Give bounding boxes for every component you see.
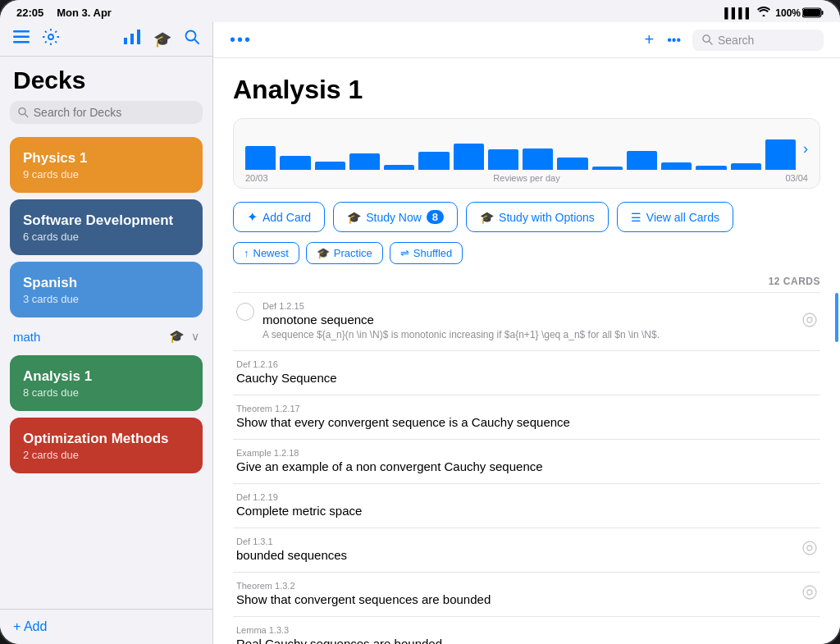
card-row[interactable]: Def 1.2.16 Cauchy Sequence <box>233 350 820 395</box>
card-row[interactable]: Def 1.2.15 monotone sequence A sequence … <box>233 292 820 350</box>
newest-button[interactable]: ↑ Newest <box>233 242 299 264</box>
card-row[interactable]: Example 1.2.18 Give an example of a non … <box>233 439 820 483</box>
list-icon: ☰ <box>631 211 641 224</box>
card-row[interactable]: Theorem 1.3.2 Show that convergent seque… <box>233 572 820 616</box>
graduation-icon[interactable]: 🎓 <box>153 30 171 48</box>
svg-rect-7 <box>124 38 127 44</box>
deck-card-title: Analysis 1 <box>23 368 189 385</box>
newest-icon: ↑ <box>244 247 249 259</box>
card-row[interactable]: Lemma 1.3.3 Real Cauchy sequences are bo… <box>233 616 820 644</box>
stats-icon[interactable] <box>124 30 140 48</box>
view-all-button[interactable]: ☰ View all Cards <box>617 202 733 232</box>
card-row[interactable]: Def 1.3.1 bounded sequences <box>233 528 820 572</box>
chart-label-left: 20/03 <box>245 173 268 183</box>
add-deck-button[interactable]: + Add <box>13 619 199 634</box>
chart-bar <box>592 167 623 170</box>
cards-count: 12 CARDS <box>233 276 820 287</box>
deck-card-physics[interactable]: Physics 1 9 cards due <box>10 137 203 193</box>
practice-button[interactable]: 🎓 Practice <box>306 242 383 264</box>
svg-point-6 <box>48 34 53 39</box>
card-list: Def 1.2.15 monotone sequence A sequence … <box>233 292 820 644</box>
card-checkbox <box>236 303 254 321</box>
graduation-icon: 🎓 <box>347 211 361 224</box>
card-row[interactable]: Theorem 1.2.17 Show that every convergen… <box>233 395 820 439</box>
chart-bar <box>523 148 553 170</box>
sidebar-toggle-icon[interactable] <box>13 30 30 48</box>
main-content: Analysis 1 <box>213 58 840 644</box>
chart-bar <box>245 146 276 170</box>
main-area: ••• + ••• Search Analysis 1 <box>213 22 840 644</box>
chart-bar <box>731 163 761 170</box>
graduation-icon: 🎓 <box>169 329 185 344</box>
svg-point-17 <box>807 317 812 322</box>
svg-rect-1 <box>803 9 820 16</box>
more-options-button[interactable]: ••• <box>665 31 682 49</box>
card-meta: Def 1.3.1 <box>236 537 794 546</box>
card-info: Lemma 1.3.3 Real Cauchy sequences are bo… <box>236 625 817 644</box>
card-action-icon[interactable] <box>802 313 817 331</box>
card-title: Real Cauchy sequences are bounded <box>236 637 817 644</box>
deck-card-title: Spanish <box>23 275 189 291</box>
settings-icon[interactable] <box>43 29 59 49</box>
study-options-button[interactable]: 🎓 Study with Options <box>466 202 609 232</box>
svg-rect-4 <box>13 36 30 39</box>
card-info: Theorem 1.2.17 Show that every convergen… <box>236 404 817 431</box>
card-action-icon[interactable] <box>802 585 817 603</box>
card-row[interactable]: Def 1.2.19 Complete metric space <box>233 483 820 528</box>
deck-group-math[interactable]: math 🎓 ∨ <box>10 324 203 349</box>
card-info: Def 1.3.1 bounded sequences <box>236 537 794 564</box>
deck-card-subtitle: 8 cards due <box>23 386 189 399</box>
action-bar: ✦ Add Card 🎓 Study Now 8 🎓 Study with Op… <box>233 202 820 232</box>
card-meta: Def 1.2.19 <box>236 492 817 502</box>
deck-card-title: Physics 1 <box>23 150 189 167</box>
sidebar-title: Decks <box>0 57 212 101</box>
search-input[interactable] <box>34 106 194 119</box>
card-meta: Theorem 1.3.2 <box>236 581 794 591</box>
svg-line-13 <box>25 114 28 117</box>
card-title: Complete metric space <box>236 504 817 518</box>
svg-point-21 <box>807 590 812 595</box>
deck-card-analysis1[interactable]: Analysis 1 8 cards due <box>10 355 203 411</box>
deck-card-subtitle: 3 cards due <box>23 293 189 305</box>
card-desc: A sequence ${a_n}(n \in \N)$ is monotoni… <box>262 328 794 342</box>
chart-bar <box>557 158 587 170</box>
status-bar: 22:05 Mon 3. Apr ▌▌▌▌ 100% <box>0 0 840 22</box>
deck-card-software[interactable]: Software Development 6 cards due <box>10 199 203 255</box>
page-title: Analysis 1 <box>233 75 820 105</box>
chart-bar <box>384 165 414 170</box>
scroll-indicator <box>835 293 838 342</box>
chart-bar <box>488 149 518 170</box>
svg-point-19 <box>807 546 812 550</box>
search-icon[interactable] <box>185 30 199 48</box>
chart-bar <box>315 162 345 170</box>
add-card-button[interactable]: ✦ Add Card <box>233 202 325 232</box>
card-meta: Lemma 1.3.3 <box>236 625 817 635</box>
chart-label-right: 03/04 <box>785 173 808 183</box>
svg-point-18 <box>803 541 816 555</box>
deck-group-label: math <box>13 330 162 344</box>
card-title: bounded sequences <box>236 548 794 562</box>
deck-card-title: Software Development <box>23 212 189 229</box>
sidebar: 🎓 Decks Physics 1 9 cards due <box>0 22 213 644</box>
sidebar-search-bar[interactable] <box>10 101 203 124</box>
card-info: Def 1.2.16 Cauchy Sequence <box>236 359 817 386</box>
sidebar-toolbar: 🎓 <box>0 22 212 57</box>
chart-next-icon[interactable]: › <box>803 140 808 158</box>
card-info: Def 1.2.15 monotone sequence A sequence … <box>262 301 794 342</box>
main-search-field[interactable]: Search <box>692 30 824 51</box>
card-meta: Example 1.2.18 <box>236 448 817 458</box>
card-action-icon[interactable] <box>802 541 817 559</box>
status-time: 22:05 <box>16 7 43 19</box>
deck-card-optimization[interactable]: Optimization Methods 2 cards due <box>10 418 203 473</box>
search-placeholder: Search <box>718 34 754 47</box>
deck-card-subtitle: 2 cards due <box>23 449 189 461</box>
study-now-button[interactable]: 🎓 Study Now 8 <box>333 202 458 232</box>
shuffle-icon: ⇌ <box>400 247 409 259</box>
add-button[interactable]: + <box>643 29 656 51</box>
main-toolbar: ••• + ••• Search <box>213 22 840 58</box>
shuffled-button[interactable]: ⇌ Shuffled <box>390 242 463 264</box>
toolbar-dots[interactable]: ••• <box>230 30 252 49</box>
chart-bar <box>627 151 657 170</box>
deck-card-spanish[interactable]: Spanish 3 cards due <box>10 262 203 317</box>
chart-bar <box>454 144 484 170</box>
